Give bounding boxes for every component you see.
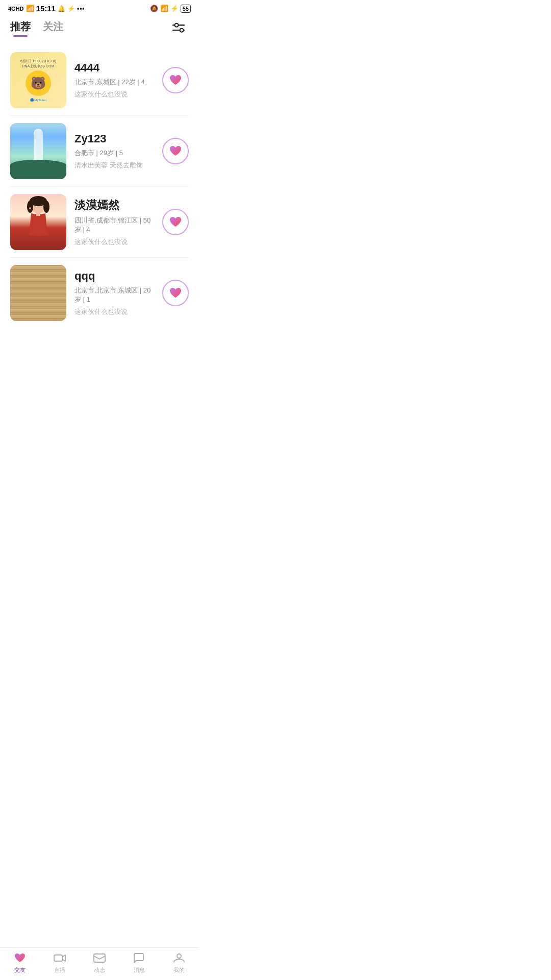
svg-point-3 (180, 28, 184, 32)
charging-icon: ⚡ (170, 5, 179, 12)
header: 推荐 关注 (0, 15, 199, 37)
user-bio-4: 这家伙什么也没说 (74, 307, 154, 316)
mytoken-logo: 🔵 MyToken (30, 98, 47, 102)
heart-icon-4 (169, 287, 182, 299)
user-avatar-3 (10, 194, 66, 250)
status-bar: 4GHD 📶 15:11 🔔 ⚡ ••• 🔕 📶 ⚡ 55 (0, 0, 199, 15)
user-avatar-1: 6月1日 16:00 (UTC+8)BNA上线中ZB.COM 🐻 🔵 MyTok… (10, 52, 66, 108)
user-name-3: 淡漠嫣然 (74, 198, 154, 213)
heart-icon-1 (169, 74, 182, 86)
user-meta-1: 北京市,东城区 | 22岁 | 4 (74, 78, 154, 87)
heart-icon-2 (169, 145, 182, 157)
like-button-4[interactable] (162, 280, 189, 306)
user-meta-3: 四川省,成都市,锦江区 | 50岁 | 4 (74, 216, 154, 234)
svg-point-7 (43, 201, 49, 213)
user-avatar-2 (10, 123, 66, 179)
filter-icon (172, 22, 189, 35)
like-button-1[interactable] (162, 67, 189, 93)
tab-bar: 推荐 关注 (10, 20, 63, 37)
user-bio-3: 这家伙什么也没说 (74, 237, 154, 247)
user-meta-2: 合肥市 | 29岁 | 5 (74, 149, 154, 158)
network-type: 4GHD (8, 6, 24, 12)
more-icon: ••• (77, 5, 85, 12)
bell-icon: 🔕 (150, 5, 158, 12)
svg-rect-9 (36, 213, 40, 216)
user-info-1: 4444 北京市,东城区 | 22岁 | 4 这家伙什么也没说 (74, 61, 154, 99)
user-card-4[interactable]: qqq 北京市,北京市,东城区 | 20岁 | 1 这家伙什么也没说 (0, 258, 199, 328)
user-card-3[interactable]: 淡漠嫣然 四川省,成都市,锦江区 | 50岁 | 4 这家伙什么也没说 (0, 187, 199, 257)
woman-silhouette (18, 194, 59, 250)
tab-recommended[interactable]: 推荐 (10, 20, 31, 37)
user-meta-4: 北京市,北京市,东城区 | 20岁 | 1 (74, 286, 154, 304)
tab-following[interactable]: 关注 (43, 20, 63, 37)
signal-icon: 📶 (26, 5, 34, 12)
user-card-1[interactable]: 6月1日 16:00 (UTC+8)BNA上线中ZB.COM 🐻 🔵 MyTok… (0, 45, 199, 115)
user-info-4: qqq 北京市,北京市,东城区 | 20岁 | 1 这家伙什么也没说 (74, 270, 154, 316)
user-name-1: 4444 (74, 61, 154, 75)
like-button-2[interactable] (162, 138, 189, 164)
heart-icon-3 (169, 216, 182, 228)
svg-point-8 (29, 207, 31, 209)
user-bio-1: 这家伙什么也没说 (74, 90, 154, 99)
user-name-4: qqq (74, 270, 154, 283)
notification-icon: 🔔 (58, 5, 65, 12)
waterfall-rocks (10, 160, 66, 180)
filter-button[interactable] (172, 22, 189, 35)
battery-level: 55 (181, 5, 191, 13)
status-right: 🔕 📶 ⚡ 55 (150, 5, 191, 13)
wifi-icon: 📶 (160, 5, 168, 12)
like-button-3[interactable] (162, 209, 189, 235)
user-info-2: Zy123 合肥市 | 29岁 | 5 清水出芙蓉 天然去雕饰 (74, 132, 154, 170)
time-display: 15:11 (36, 4, 56, 13)
user-list: 6月1日 16:00 (UTC+8)BNA上线中ZB.COM 🐻 🔵 MyTok… (0, 37, 199, 369)
svg-point-6 (27, 201, 33, 213)
svg-point-1 (175, 23, 179, 27)
user-card-2[interactable]: Zy123 合肥市 | 29岁 | 5 清水出芙蓉 天然去雕饰 (0, 116, 199, 186)
user-avatar-4 (10, 265, 66, 321)
user-bio-2: 清水出芙蓉 天然去雕饰 (74, 161, 154, 170)
user-info-3: 淡漠嫣然 四川省,成都市,锦江区 | 50岁 | 4 这家伙什么也没说 (74, 198, 154, 247)
user-name-2: Zy123 (74, 132, 154, 145)
usb-icon: ⚡ (67, 5, 75, 12)
bear-mascot: 🐻 (26, 70, 51, 96)
status-left: 4GHD 📶 15:11 🔔 ⚡ ••• (8, 4, 85, 13)
